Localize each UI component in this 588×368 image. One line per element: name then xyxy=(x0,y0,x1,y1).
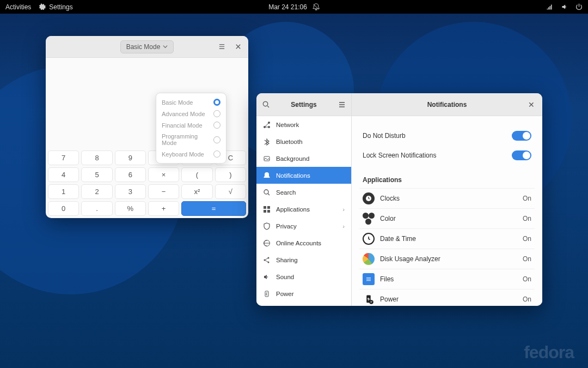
app-row-clocks[interactable]: ClocksOn xyxy=(359,188,535,208)
key-6[interactable]: 6 xyxy=(115,167,146,182)
key-plus[interactable]: + xyxy=(148,201,179,216)
sidebar-item-label: Sharing xyxy=(276,257,298,263)
toggle-switch[interactable] xyxy=(512,131,531,141)
close-button[interactable] xyxy=(231,40,245,54)
app-row-disk-usage-analyzer[interactable]: Disk Usage AnalyzerOn xyxy=(359,249,535,269)
sidebar-item-label: Online Accounts xyxy=(276,240,321,246)
toggle-row-do-not-disturb: Do Not Disturb xyxy=(359,126,535,146)
settings-close-button[interactable]: ✕ xyxy=(525,98,538,111)
radio-icon xyxy=(213,99,220,106)
page-title: Notifications xyxy=(427,101,467,108)
svg-rect-9 xyxy=(267,210,270,213)
mode-option-programming-mode[interactable]: Programming Mode xyxy=(156,131,226,148)
mode-option-keyboard-mode[interactable]: Keyboard Mode xyxy=(156,148,226,160)
sidebar-title: Settings xyxy=(275,101,333,108)
key-sqrt[interactable]: √ xyxy=(215,184,246,199)
top-bar: Activities Settings Mar 24 21:06 xyxy=(0,0,588,14)
chevron-right-icon: › xyxy=(342,223,345,230)
app-status: On xyxy=(523,275,531,283)
volume-icon[interactable] xyxy=(561,3,568,10)
background-icon xyxy=(263,155,271,162)
calculator-window: Basic Mode 7 8 9 ÷ ↶ C 4 5 6 × ( ) 1 2 3… xyxy=(46,36,248,218)
applications-header: Applications xyxy=(363,176,535,184)
key-2[interactable]: 2 xyxy=(81,184,112,199)
activities-button[interactable]: Activities xyxy=(5,3,31,11)
chevron-down-icon xyxy=(163,44,168,49)
key-5[interactable]: 5 xyxy=(81,167,112,182)
key-dot[interactable]: . xyxy=(81,201,112,216)
distro-logo: fedora xyxy=(524,342,574,363)
key-8[interactable]: 8 xyxy=(81,150,112,165)
app-status: On xyxy=(523,215,531,222)
key-7[interactable]: 7 xyxy=(48,150,79,165)
current-app-label[interactable]: Settings xyxy=(39,3,72,11)
key-equals[interactable]: = xyxy=(181,201,246,216)
sidebar-item-online-accounts[interactable]: Online Accounts xyxy=(256,234,351,251)
app-status: On xyxy=(523,295,531,303)
hamburger-icon xyxy=(218,43,225,50)
datetime-app-icon xyxy=(363,233,375,245)
mode-selector-button[interactable]: Basic Mode xyxy=(120,40,174,53)
svg-point-13 xyxy=(268,261,270,263)
hamburger-button[interactable] xyxy=(215,40,229,54)
svg-point-11 xyxy=(264,259,266,261)
svg-rect-17 xyxy=(366,277,371,278)
svg-rect-19 xyxy=(366,280,371,281)
key-9[interactable]: 9 xyxy=(115,150,146,165)
sidebar-item-applications[interactable]: Applications› xyxy=(256,201,351,218)
sidebar-item-notifications[interactable]: Notifications xyxy=(256,167,351,184)
app-row-files[interactable]: FilesOn xyxy=(359,269,535,289)
key-percent[interactable]: % xyxy=(115,201,146,216)
sidebar-item-label: Applications xyxy=(276,206,310,213)
app-status: On xyxy=(523,195,531,202)
svg-point-12 xyxy=(268,257,270,258)
settings-menu-button[interactable] xyxy=(333,101,351,108)
sidebar-item-label: Power xyxy=(276,291,294,297)
clock-label[interactable]: Mar 24 21:06 xyxy=(268,3,307,11)
key-rparen[interactable]: ) xyxy=(215,167,246,182)
key-0[interactable]: 0 xyxy=(48,201,79,216)
mode-option-advanced-mode[interactable]: Advanced Mode xyxy=(156,108,226,119)
sidebar-item-power[interactable]: Power xyxy=(256,285,351,302)
sidebar-item-bluetooth[interactable]: Bluetooth xyxy=(256,133,351,150)
key-lparen[interactable]: ( xyxy=(181,167,212,182)
search-icon xyxy=(262,100,270,108)
power-app-icon xyxy=(363,293,375,305)
app-row-color[interactable]: ColorOn xyxy=(359,208,535,228)
key-1[interactable]: 1 xyxy=(48,184,79,199)
key-minus[interactable]: − xyxy=(148,184,179,199)
key-3[interactable]: 3 xyxy=(115,184,146,199)
clock-app-icon xyxy=(363,192,375,204)
app-row-power[interactable]: PowerOn xyxy=(359,289,535,306)
key-sq[interactable]: x² xyxy=(181,184,212,199)
app-row-date-time[interactable]: Date & TimeOn xyxy=(359,228,535,249)
mode-option-financial-mode[interactable]: Financial Mode xyxy=(156,119,226,131)
toggle-switch[interactable] xyxy=(512,150,531,160)
sidebar-item-displays[interactable]: Displays xyxy=(256,302,351,306)
key-multiply[interactable]: × xyxy=(148,167,179,182)
sidebar-item-background[interactable]: Background xyxy=(256,150,351,167)
sidebar-item-privacy[interactable]: Privacy› xyxy=(256,218,351,234)
sidebar-item-sound[interactable]: Sound xyxy=(256,268,351,285)
svg-rect-14 xyxy=(265,291,268,297)
power-icon[interactable] xyxy=(575,3,583,10)
online-accounts-icon xyxy=(263,239,271,247)
gear-icon xyxy=(39,3,46,10)
svg-rect-7 xyxy=(267,206,270,209)
mode-option-basic-mode[interactable]: Basic Mode xyxy=(156,96,226,108)
calculator-titlebar[interactable]: Basic Mode xyxy=(46,36,248,58)
notifications-icon xyxy=(263,172,271,179)
sidebar-item-sharing[interactable]: Sharing xyxy=(256,251,351,268)
search-button[interactable] xyxy=(256,100,275,108)
chevron-right-icon: › xyxy=(342,206,345,213)
svg-point-3 xyxy=(268,126,270,128)
toggle-row-lock-screen-notifications: Lock Screen Notifications xyxy=(359,146,535,165)
network-icon[interactable] xyxy=(546,3,553,10)
sidebar-item-search[interactable]: Search xyxy=(256,184,351,201)
key-4[interactable]: 4 xyxy=(48,167,79,182)
svg-rect-18 xyxy=(366,279,371,280)
svg-rect-6 xyxy=(264,206,266,209)
settings-content: Do Not DisturbLock Screen NotificationsA… xyxy=(352,116,542,306)
svg-point-0 xyxy=(263,101,267,106)
sidebar-item-network[interactable]: Network xyxy=(256,116,351,133)
